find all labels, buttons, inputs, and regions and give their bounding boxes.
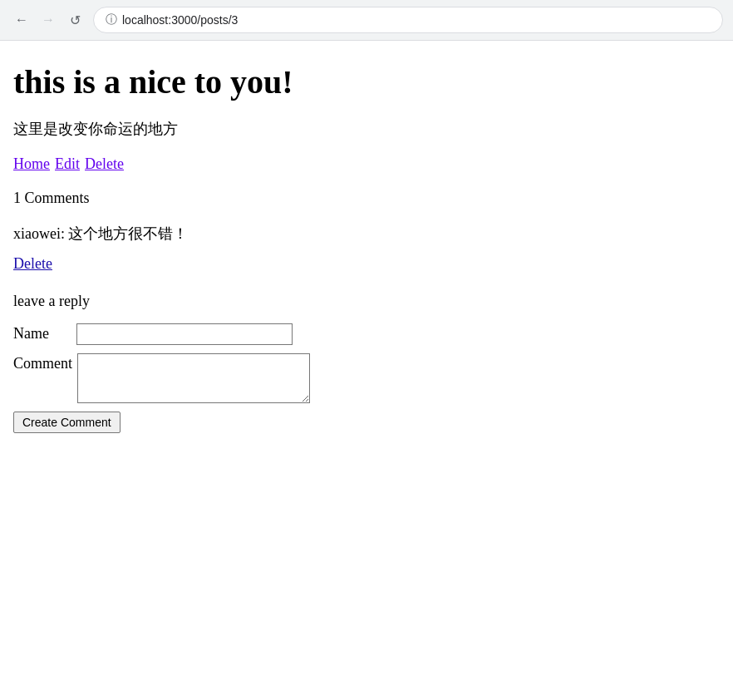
reply-section: leave a reply Name Comment Create Commen…: [13, 293, 720, 433]
info-icon: ⓘ: [106, 12, 117, 27]
name-row: Name: [13, 323, 720, 345]
reply-heading: leave a reply: [13, 293, 720, 310]
comment-label: Comment: [13, 353, 72, 372]
nav-buttons: ← → ↺: [10, 8, 86, 32]
home-link[interactable]: Home: [13, 155, 50, 173]
post-body: 这里是改变你命运的地方: [13, 119, 720, 139]
post-links: Home Edit Delete: [13, 155, 720, 173]
comment-textarea[interactable]: [77, 353, 310, 403]
reload-button[interactable]: ↺: [63, 8, 86, 32]
url-text: localhost:3000/posts/3: [122, 13, 238, 27]
browser-toolbar: ← → ↺ ⓘ localhost:3000/posts/3: [0, 0, 733, 40]
comment-item-text: xiaowei: 这个地方很不错！: [13, 224, 720, 244]
browser-chrome: ← → ↺ ⓘ localhost:3000/posts/3: [0, 0, 733, 41]
back-button[interactable]: ←: [10, 8, 33, 32]
page-content: this is a nice to you! 这里是改变你命运的地方 Home …: [0, 41, 733, 466]
post-delete-link[interactable]: Delete: [85, 155, 124, 173]
name-label: Name: [13, 323, 71, 343]
edit-link[interactable]: Edit: [55, 155, 80, 173]
name-input[interactable]: [76, 323, 293, 345]
comments-count: 1 Comments: [13, 190, 720, 207]
create-comment-button[interactable]: Create Comment: [13, 412, 121, 433]
comment-delete-link[interactable]: Delete: [13, 255, 720, 273]
comment-row: Comment: [13, 353, 720, 403]
address-bar[interactable]: ⓘ localhost:3000/posts/3: [93, 7, 723, 33]
post-title: this is a nice to you!: [13, 62, 720, 102]
forward-button[interactable]: →: [37, 8, 60, 32]
